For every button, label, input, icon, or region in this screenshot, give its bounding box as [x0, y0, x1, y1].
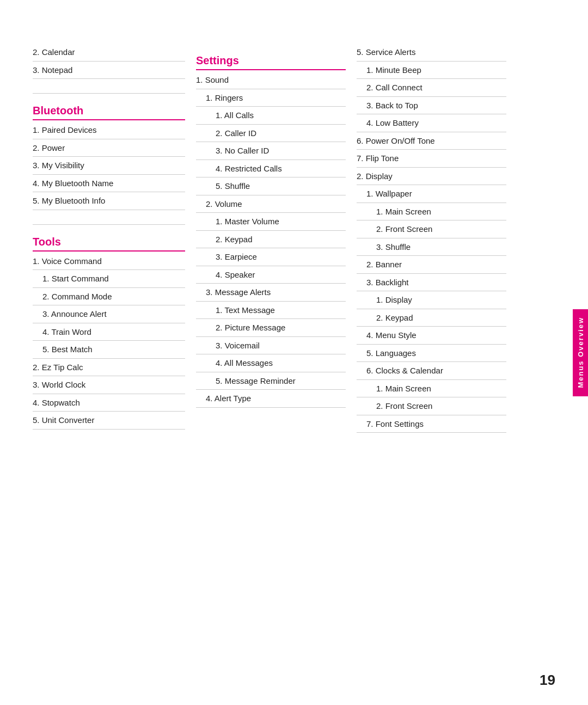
list-item: 1. Ringers	[196, 89, 346, 107]
spacer	[33, 79, 185, 88]
list-item: 5. Service Alerts	[357, 44, 506, 62]
list-item: 1. Display	[357, 291, 506, 309]
page-number: 19	[540, 672, 555, 689]
list-item: 2. Keypad	[196, 231, 346, 249]
list-item: 3. Earpiece	[196, 248, 346, 266]
list-item: 5. My Bluetooth Info	[33, 192, 185, 210]
bluetooth-heading: Bluetooth	[33, 105, 185, 120]
list-item: 4. Restricted Calls	[196, 160, 346, 178]
list-item: 3. Back to Top	[357, 97, 506, 115]
list-item: 3. Voicemail	[196, 337, 346, 355]
list-item: 2. Front Screen	[357, 220, 506, 238]
list-item: 1. Paired Devices	[33, 121, 185, 139]
list-item: 2. Volume	[196, 195, 346, 213]
list-item: 1. Wallpaper	[357, 185, 506, 203]
col-mid: Settings 1. Sound 1. Ringers 1. All Call…	[196, 44, 357, 433]
list-item: 5. Unit Converter	[33, 412, 185, 430]
list-item: 5. Best Match	[33, 341, 185, 359]
list-item: 1. All Calls	[196, 107, 346, 125]
col-left: 2. Calendar 3. Notepad Bluetooth 1. Pair…	[33, 44, 196, 433]
list-item: 6. Clocks & Calendar	[357, 362, 506, 380]
list-item: 2. Calendar	[33, 44, 185, 62]
list-item: 2. Keypad	[357, 309, 506, 327]
list-item: 4. Alert Type	[196, 390, 346, 408]
list-item: 2. Power	[33, 139, 185, 157]
list-item: 1. Master Volume	[196, 213, 346, 231]
list-item: 3. Backlight	[357, 274, 506, 292]
settings-heading: Settings	[196, 54, 346, 70]
divider	[33, 224, 185, 225]
list-item: 2. Picture Message	[196, 319, 346, 337]
list-item: 5. Shuffle	[196, 177, 346, 195]
list-item: 2. Ez Tip Calc	[33, 359, 185, 377]
list-item: 2. Caller ID	[196, 125, 346, 143]
list-item: 4. Menu Style	[357, 327, 506, 345]
list-item: 1. Main Screen	[357, 203, 506, 221]
list-item: 4. Train Word	[33, 323, 185, 341]
list-item: 2. Call Connect	[357, 79, 506, 97]
list-item: 1. Main Screen	[357, 380, 506, 398]
side-tab: Menus Overview	[573, 309, 588, 396]
list-item: 1. Start Command	[33, 270, 185, 288]
list-item: 2. Display	[357, 168, 506, 186]
list-item: 3. Announce Alert	[33, 305, 185, 323]
tools-heading: Tools	[33, 236, 185, 252]
list-item: 4. Speaker	[196, 266, 346, 284]
list-item: 1. Text Message	[196, 302, 346, 320]
list-item: 4. My Bluetooth Name	[33, 175, 185, 193]
list-item: 4. Stopwatch	[33, 394, 185, 412]
list-item: 7. Flip Tone	[357, 150, 506, 168]
list-item: 5. Message Reminder	[196, 372, 346, 390]
list-item: 1. Minute Beep	[357, 62, 506, 79]
list-item: 5. Languages	[357, 345, 506, 363]
list-item: 3. Shuffle	[357, 238, 506, 256]
list-item: 3. Message Alerts	[196, 284, 346, 302]
list-item: 3. No Caller ID	[196, 142, 346, 160]
side-tab-label: Menus Overview	[577, 317, 585, 388]
list-item: 6. Power On/Off Tone	[357, 132, 506, 150]
list-item: 2. Banner	[357, 256, 506, 274]
list-item: 4. Low Battery	[357, 114, 506, 132]
col-right: 5. Service Alerts 1. Minute Beep 2. Call…	[357, 44, 517, 433]
list-item: 1. Voice Command	[33, 253, 185, 271]
list-item: 2. Command Mode	[33, 288, 185, 306]
list-item: 1. Sound	[196, 71, 346, 89]
divider	[33, 93, 185, 94]
spacer	[33, 210, 185, 219]
columns-wrapper: 2. Calendar 3. Notepad Bluetooth 1. Pair…	[33, 44, 555, 433]
list-item: 4. All Messages	[196, 354, 346, 372]
list-item: 3. Notepad	[33, 62, 185, 79]
list-item: 3. World Clock	[33, 376, 185, 394]
list-item: 3. My Visibility	[33, 157, 185, 175]
list-item: 7. Font Settings	[357, 415, 506, 433]
list-item: 2. Front Screen	[357, 397, 506, 415]
page-container: Menus Overview 2. Calendar 3. Notepad Bl…	[0, 0, 588, 705]
